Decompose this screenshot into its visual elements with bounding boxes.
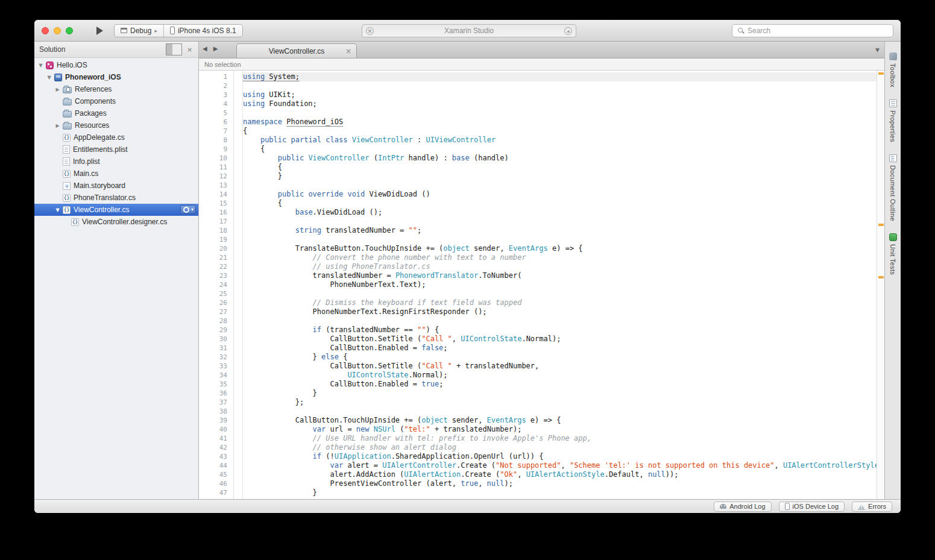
tree-item-label: References [75,85,112,93]
line-number: 30 [199,335,227,344]
line-number: 31 [199,344,227,353]
close-tab-icon[interactable]: × [345,47,351,55]
tree-item-hello-ios[interactable]: ▼Hello.iOS [34,59,198,71]
code-line: TranslateButton.TouchUpInside += (object… [243,244,884,253]
dock-tab-label: Document Outline [889,165,896,221]
tree-item-viewcontroller-designer-cs[interactable]: ViewController.designer.cs [34,216,198,228]
search-input[interactable] [748,27,888,35]
bottom-button-label: Errors [868,503,886,510]
navigate-back-button[interactable]: ◀ [203,45,207,52]
navigate-forward-button[interactable]: ▶ [213,45,218,52]
solution-pad-header: Solution × [34,42,198,58]
line-number: 33 [199,362,227,371]
line-number: 15 [199,199,227,208]
build-output-icon[interactable] [564,27,572,35]
overview-marker [878,72,884,75]
gear-icon[interactable] [180,205,196,214]
tree-item-components[interactable]: Components [34,95,198,107]
code-editor[interactable]: 1234567891011121314151617181920212223242… [199,71,884,499]
dock-tab-unit-tests[interactable]: Unit Tests [889,233,897,275]
android-log-button[interactable]: Android Log [714,502,771,512]
line-number: 2 [199,81,227,90]
code-line: } [243,488,884,497]
dock-tab-toolbox[interactable]: Toolbox [889,52,897,87]
line-number: 20 [199,244,227,253]
disclosure-triangle-icon[interactable]: ▼ [45,75,53,80]
zoom-window-button[interactable] [66,27,73,34]
line-number: 40 [199,425,227,434]
bottom-bar: Android LogiOS Device LogErrors [34,499,901,513]
code-line [243,109,884,118]
line-number: 21 [199,253,227,262]
minimize-window-button[interactable] [54,27,61,34]
overview-marker [878,276,884,278]
close-pad-icon[interactable]: × [186,46,194,54]
code-line: }; [243,398,884,407]
tree-item-label: Components [75,97,116,105]
tree-item-main-storyboard[interactable]: Main.storyboard [34,180,198,192]
code-line: CallButton.SetTitle ("Call " + translate… [243,362,884,371]
references-folder-icon [63,87,72,93]
line-number: 17 [199,217,227,226]
code-lines: using System; using UIKit;using Foundati… [243,71,884,499]
code-line [243,81,884,90]
configuration-selector[interactable]: Debug ▸ [115,25,163,37]
line-number: 1 [199,72,227,81]
line-number: 38 [199,407,227,416]
device-selector[interactable]: iPhone 4s iOS 8.1 [163,25,242,37]
line-number: 25 [199,289,227,298]
plist-file-icon [63,145,70,154]
tree-item-appdelegate-cs[interactable]: AppDelegate.cs [34,131,198,143]
dock-tab-properties[interactable]: Properties [889,99,897,142]
tab-strip: ◀ ▶ ViewController.cs × ▼ [199,42,884,58]
tab-list-dropdown-icon[interactable]: ▼ [875,47,880,53]
tree-item-info-plist[interactable]: Info.plist [34,156,198,168]
disclosure-triangle-icon[interactable]: ▶ [54,123,61,128]
errors-button[interactable]: Errors [852,502,892,512]
tree-item-phoneword-ios[interactable]: ▼Phoneword_iOS [34,71,198,83]
code-line: if (!UIApplication.SharedApplication.Ope… [243,452,884,461]
dock-tab-document-outline[interactable]: Document Outline [889,154,897,221]
breadcrumb-text: No selection [204,61,241,68]
code-file-icon [71,218,79,226]
line-number: 45 [199,470,227,479]
disclosure-triangle-icon[interactable]: ▶ [54,87,61,92]
tab-viewcontroller-cs[interactable]: ViewController.cs × [236,43,357,58]
disclosure-triangle-icon[interactable]: ▼ [37,63,45,68]
tree-item-phonetranslator-cs[interactable]: PhoneTranslator.cs [34,192,198,204]
tree-item-label: Main.storyboard [74,181,125,190]
code-line [243,407,884,416]
code-line: } [243,172,884,181]
overview-ruler[interactable] [877,71,884,499]
breadcrumb: No selection [199,58,884,71]
tree-item-main-cs[interactable]: Main.cs [34,168,198,180]
tree-item-entitlements-plist[interactable]: Entitlements.plist [34,143,198,156]
code-line: // Dismiss the keyboard if text field wa… [243,298,884,307]
line-number: 32 [199,353,227,362]
tree-item-resources[interactable]: ▶Resources [34,119,198,131]
tree-item-packages[interactable]: Packages [34,107,198,119]
line-number: 6 [199,118,227,127]
close-window-button[interactable] [42,27,49,34]
code-line: using Foundation; [243,99,884,109]
tree-item-references[interactable]: ▶References [34,83,198,95]
run-button[interactable] [92,25,107,37]
code-line: using System; [243,72,884,81]
tree-item-label: Resources [75,121,109,130]
line-number: 28 [199,316,227,326]
tree-item-viewcontroller-cs[interactable]: ▼ViewController.cs [34,204,198,216]
code-line: { [243,145,884,154]
status-bar: Xamarin Studio [362,24,576,37]
device-icon [785,503,790,510]
dock-pad-icon[interactable] [166,43,182,55]
tree-item-label: ViewController.cs [74,206,129,214]
ios-device-log-button[interactable]: iOS Device Log [779,502,845,512]
android-icon [720,504,726,509]
tree-item-label: ViewController.designer.cs [82,218,167,226]
dock-tab-label: Properties [889,110,896,142]
chevron-right-icon: ▸ [154,28,157,34]
disclosure-triangle-icon[interactable]: ▼ [54,207,61,213]
code-line: using UIKit; [243,90,884,99]
code-line: // using PhoneTranslator.cs [243,262,884,271]
gutter[interactable]: 1234567891011121314151617181920212223242… [199,71,234,499]
